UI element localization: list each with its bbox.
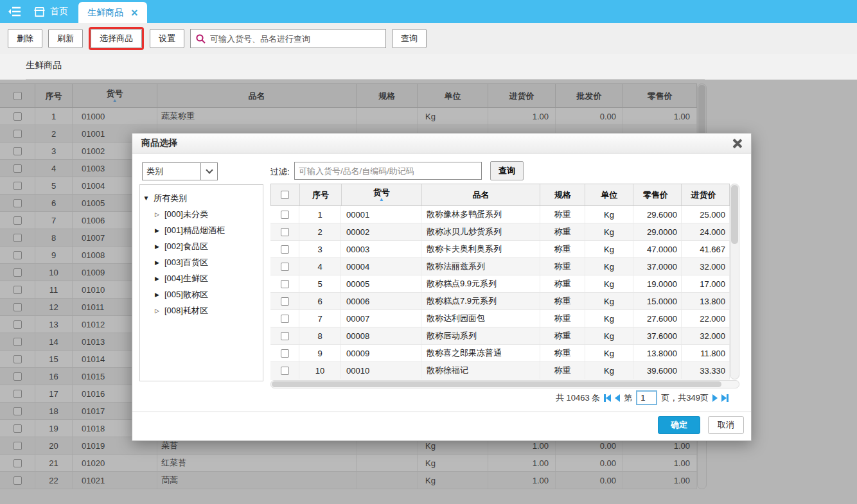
tree-expander-icon[interactable]: ▷: [154, 211, 161, 218]
highlight-frame: 选择商品: [89, 27, 144, 50]
query-button[interactable]: 查询: [392, 29, 427, 48]
row-checkbox[interactable]: [281, 228, 289, 236]
cell-name: 散称卡夫奥利奥系列: [421, 241, 540, 257]
tree-root-label: 所有类别: [154, 193, 187, 204]
settings-button[interactable]: 设置: [150, 29, 184, 48]
cell-code: 00007: [341, 310, 421, 327]
prev-page-icon[interactable]: [615, 394, 620, 402]
cell-purchase: 41.667: [682, 241, 730, 257]
page-number-input[interactable]: [636, 390, 657, 405]
table-row[interactable]: 2 00002 散称冰贝儿炒货系列 称重 Kg 29.0000 24.000: [270, 223, 730, 241]
tree-item[interactable]: ▶ [005]散称区: [143, 286, 260, 302]
cancel-button[interactable]: 取消: [708, 416, 744, 434]
table-row[interactable]: 10 00010 散称徐福记 称重 Kg 39.6000 33.330: [270, 362, 730, 379]
tree-expander-icon[interactable]: ▷: [154, 308, 161, 314]
cell-unit: Kg: [585, 258, 633, 275]
cell-name: 散称法丽兹系列: [421, 258, 540, 275]
dialog-col-unit[interactable]: 单位: [585, 184, 633, 205]
dialog-col-code[interactable]: 货号 ▲: [342, 184, 422, 205]
tree-items: ▷ [000]未分类 ▶ [001]精品烟酒柜 ▶ [002]食品区 ▶ [00…: [143, 206, 260, 318]
row-checkbox[interactable]: [281, 245, 289, 254]
hamburger-arrow-icon: [8, 6, 22, 17]
table-row[interactable]: 7 00007 散称达利园面包 称重 Kg 27.6000 22.000: [270, 310, 730, 327]
dialog-grid-header: 序号 货号 ▲ 品名 规格 单位 零售价 进货价: [270, 184, 730, 206]
table-row[interactable]: 6 00006 散称糕点7.9元系列 称重 Kg 15.0000 13.800: [270, 293, 730, 310]
table-row[interactable]: 5 00005 散称糕点9.9元系列 称重 Kg 19.0000 17.000: [270, 275, 730, 293]
cell-unit: Kg: [585, 362, 633, 379]
cell-code: 00009: [341, 345, 421, 361]
cell-name: 散称喜之郎果冻普通: [421, 345, 540, 361]
row-checkbox[interactable]: [281, 297, 289, 306]
next-page-icon[interactable]: [712, 394, 718, 402]
pagination-total: 共 10463 条: [556, 392, 600, 404]
top-tab-bar: 首页 生鲜商品 ×: [0, 0, 857, 23]
cell-name: 散称冰贝儿炒货系列: [421, 223, 540, 240]
row-checkbox[interactable]: [281, 263, 289, 271]
first-page-icon[interactable]: [604, 394, 611, 402]
dialog-col-spec[interactable]: 规格: [540, 184, 585, 205]
dialog-col-purchase[interactable]: 进货价: [682, 184, 730, 205]
row-checkbox[interactable]: [281, 211, 289, 219]
tree-item-label: [002]食品区: [164, 241, 208, 252]
cell-name: 散称糕点9.9元系列: [421, 275, 540, 292]
tree-item[interactable]: ▶ [004]生鲜区: [143, 270, 260, 286]
cell-seq: 8: [299, 327, 341, 344]
cell-retail: 39.6000: [633, 362, 682, 379]
tree-item[interactable]: ▶ [002]食品区: [143, 238, 260, 254]
collapse-menu-icon[interactable]: [0, 0, 30, 23]
refresh-button[interactable]: 刷新: [48, 29, 83, 48]
table-row[interactable]: 8 00008 散称唇动系列 称重 Kg 37.6000 32.000: [270, 327, 730, 345]
row-checkbox[interactable]: [281, 280, 289, 288]
cell-name: 散称唇动系列: [421, 327, 540, 344]
tree-root-all-categories[interactable]: ▼ 所有类别: [143, 190, 260, 206]
tree-item[interactable]: ▷ [008]耗材区: [143, 302, 260, 318]
dialog-close-icon[interactable]: [732, 139, 742, 148]
row-checkbox[interactable]: [281, 332, 289, 340]
dialog-select-all-checkbox[interactable]: [281, 191, 289, 199]
table-row[interactable]: 3 00003 散称卡夫奥利奥系列 称重 Kg 47.0000 41.667: [270, 241, 730, 258]
tab-fresh-products[interactable]: 生鲜商品 ×: [78, 2, 147, 23]
tree-item-label: [003]百货区: [164, 257, 208, 268]
tree-item[interactable]: ▶ [001]精品烟酒柜: [143, 222, 260, 238]
delete-button[interactable]: 删除: [8, 29, 42, 48]
cell-spec: 称重: [540, 310, 585, 327]
cell-seq: 5: [299, 275, 341, 292]
select-product-button[interactable]: 选择商品: [91, 29, 142, 48]
tree-expander-icon[interactable]: ▶: [154, 275, 161, 282]
dialog-grid-hscrollbar[interactable]: [270, 380, 739, 388]
tab-home[interactable]: 首页: [30, 0, 78, 23]
tab-close-icon[interactable]: ×: [131, 7, 138, 19]
dialog-col-seq[interactable]: 序号: [300, 184, 342, 205]
tree-item-label: [005]散称区: [164, 289, 208, 300]
ok-button[interactable]: 确定: [658, 416, 700, 434]
table-row[interactable]: 9 00009 散称喜之郎果冻普通 称重 Kg 13.8000 11.800: [270, 345, 730, 362]
table-row[interactable]: 4 00004 散称法丽兹系列 称重 Kg 37.0000 32.000: [270, 258, 730, 275]
tab-fresh-products-label: 生鲜商品: [87, 7, 123, 19]
row-checkbox[interactable]: [281, 315, 289, 323]
tree-item[interactable]: ▷ [000]未分类: [143, 206, 260, 222]
cell-code: 00003: [341, 241, 421, 257]
tree-expander-icon[interactable]: ▶: [154, 243, 161, 250]
tree-expander-icon[interactable]: ▶: [154, 291, 161, 298]
row-checkbox[interactable]: [281, 349, 289, 358]
table-row[interactable]: 1 00001 散称豫林多鸭蛋系列 称重 Kg 29.6000 25.000: [270, 206, 730, 223]
category-select[interactable]: 类别: [142, 162, 218, 180]
tree-item-label: [008]耗材区: [164, 305, 208, 317]
cell-unit: Kg: [585, 345, 633, 361]
dialog-col-retail[interactable]: 零售价: [633, 184, 682, 205]
filter-input[interactable]: [294, 162, 482, 180]
last-page-icon[interactable]: [721, 394, 729, 402]
tree-expander-icon[interactable]: ▶: [154, 259, 161, 266]
cell-name: 散称徐福记: [421, 362, 540, 379]
tree-expander-icon[interactable]: ▼: [143, 195, 150, 202]
dialog-col-name[interactable]: 品名: [422, 184, 541, 205]
page-title-row: 生鲜商品: [0, 54, 857, 80]
tree-expander-icon[interactable]: ▶: [154, 227, 161, 234]
cell-unit: Kg: [585, 293, 633, 309]
cell-unit: Kg: [585, 241, 633, 257]
dialog-query-button[interactable]: 查询: [490, 161, 524, 180]
dialog-grid-vscrollbar[interactable]: [730, 184, 739, 379]
tree-item[interactable]: ▶ [003]百货区: [143, 254, 260, 270]
search-input[interactable]: [210, 30, 385, 47]
row-checkbox[interactable]: [281, 367, 289, 375]
